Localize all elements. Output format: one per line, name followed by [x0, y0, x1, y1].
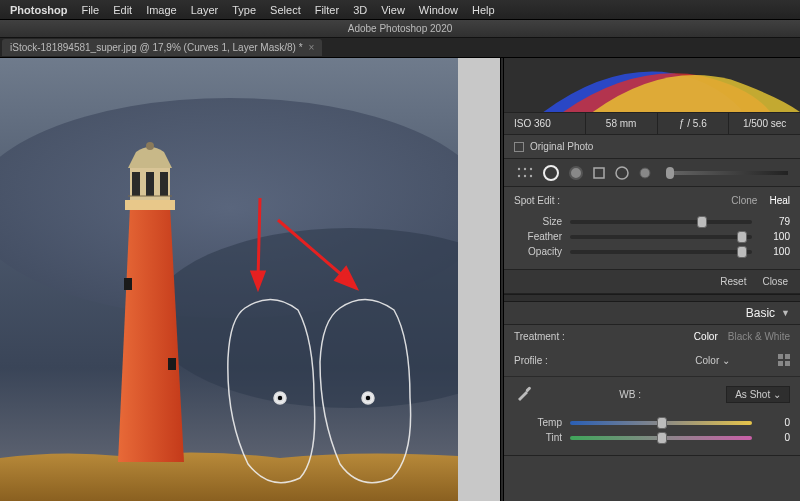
canvas-pasteboard	[458, 58, 500, 501]
menu-layer[interactable]: Layer	[191, 4, 219, 16]
svg-point-21	[518, 167, 520, 169]
exif-focal: 58 mm	[586, 113, 658, 135]
clone-mode[interactable]: Clone	[731, 195, 757, 206]
profile-label: Profile :	[514, 355, 548, 366]
feather-value: 100	[760, 231, 790, 242]
gradient-knob-icon[interactable]	[638, 166, 652, 180]
menubar: Photoshop File Edit Image Layer Type Sel…	[0, 0, 800, 20]
section-separator	[504, 294, 800, 302]
menu-3d[interactable]: 3D	[353, 4, 367, 16]
svg-point-25	[524, 174, 526, 176]
menu-view[interactable]: View	[381, 4, 405, 16]
svg-rect-6	[125, 200, 175, 210]
svg-point-22	[524, 167, 526, 169]
mask-dots-icon[interactable]	[516, 166, 534, 180]
spot-buttons: Reset Close	[504, 270, 800, 294]
menu-type[interactable]: Type	[232, 4, 256, 16]
svg-point-28	[570, 167, 582, 179]
menu-image[interactable]: Image	[146, 4, 177, 16]
opacity-value: 100	[760, 246, 790, 257]
checkbox-icon[interactable]	[514, 142, 524, 152]
basic-title: Basic	[746, 306, 775, 320]
wb-row: WB : As Shot ⌄	[504, 377, 800, 411]
menu-window[interactable]: Window	[419, 4, 458, 16]
collapse-icon[interactable]: ▼	[781, 308, 790, 318]
eyedropper-icon[interactable]	[514, 383, 534, 405]
temp-slider[interactable]: Temp 0	[514, 417, 790, 428]
svg-point-11	[146, 142, 154, 150]
svg-point-31	[640, 168, 650, 178]
svg-rect-9	[146, 172, 154, 196]
treatment-bw[interactable]: Black & White	[728, 331, 790, 342]
original-photo-toggle[interactable]: Original Photo	[504, 135, 800, 159]
svg-point-23	[530, 167, 532, 169]
exif-shutter: 1/500 sec	[729, 113, 800, 135]
mask-rect-icon[interactable]	[592, 166, 606, 180]
svg-rect-5	[168, 358, 176, 370]
exif-aperture: ƒ / 5.6	[658, 113, 730, 135]
mask-gradient-slider[interactable]	[666, 171, 788, 175]
svg-rect-8	[132, 172, 140, 196]
svg-point-16	[365, 395, 371, 401]
menu-file[interactable]: File	[81, 4, 99, 16]
exif-iso: ISO 360	[504, 113, 586, 135]
spot-edit-section: Spot Edit : Clone Heal Size 79 Feather 1…	[504, 187, 800, 270]
treatment-label: Treatment :	[514, 331, 565, 342]
wb-sliders: Temp 0 Tint 0	[504, 411, 800, 456]
svg-point-30	[616, 167, 628, 179]
tab-close-icon[interactable]: ×	[309, 42, 315, 53]
basic-header[interactable]: Basic ▼	[504, 302, 800, 325]
mask-filled-circle-icon[interactable]	[568, 165, 584, 181]
window-title: Adobe Photoshop 2020	[0, 20, 800, 38]
wb-dropdown[interactable]: As Shot ⌄	[726, 386, 790, 403]
temp-label: Temp	[514, 417, 562, 428]
canvas[interactable]	[0, 58, 500, 501]
app-name: Photoshop	[10, 4, 67, 16]
mask-radial-icon[interactable]	[614, 165, 630, 181]
opacity-label: Opacity	[514, 246, 562, 257]
size-slider[interactable]: Size 79	[514, 216, 790, 227]
menu-filter[interactable]: Filter	[315, 4, 339, 16]
original-photo-label: Original Photo	[530, 141, 593, 152]
reset-button[interactable]: Reset	[720, 276, 746, 287]
mask-toolbar	[504, 159, 800, 187]
size-value: 79	[760, 216, 790, 227]
temp-value: 0	[760, 417, 790, 428]
profile-grid-icon[interactable]	[778, 354, 790, 366]
spot-edit-title: Spot Edit :	[514, 195, 560, 206]
svg-line-17	[258, 198, 260, 280]
document-tab[interactable]: iStock-181894581_super.jpg @ 17,9% (Curv…	[2, 39, 322, 56]
svg-point-24	[518, 174, 520, 176]
treatment-color[interactable]: Color	[694, 331, 718, 342]
svg-point-27	[544, 166, 558, 180]
close-button[interactable]: Close	[762, 276, 788, 287]
tint-value: 0	[760, 432, 790, 443]
menu-select[interactable]: Select	[270, 4, 301, 16]
size-label: Size	[514, 216, 562, 227]
tint-label: Tint	[514, 432, 562, 443]
feather-slider[interactable]: Feather 100	[514, 231, 790, 242]
treatment-row: Treatment : Color Black & White	[504, 325, 800, 348]
feather-label: Feather	[514, 231, 562, 242]
svg-rect-4	[124, 278, 132, 290]
heal-mode[interactable]: Heal	[769, 195, 790, 206]
histogram[interactable]	[504, 58, 800, 113]
document-image	[0, 58, 458, 501]
tint-slider[interactable]: Tint 0	[514, 432, 790, 443]
profile-row: Profile : Color ⌄	[504, 348, 800, 377]
svg-rect-10	[160, 172, 168, 196]
mask-circle-icon[interactable]	[542, 164, 560, 182]
svg-point-26	[530, 174, 532, 176]
profile-dropdown[interactable]: Color ⌄	[695, 355, 730, 366]
wb-label: WB :	[542, 389, 718, 400]
opacity-slider[interactable]: Opacity 100	[514, 246, 790, 257]
tab-label: iStock-181894581_super.jpg @ 17,9% (Curv…	[10, 42, 303, 53]
menu-help[interactable]: Help	[472, 4, 495, 16]
exif-bar: ISO 360 58 mm ƒ / 5.6 1/500 sec	[504, 113, 800, 135]
svg-point-14	[277, 395, 283, 401]
svg-rect-29	[594, 168, 604, 178]
right-panel: ISO 360 58 mm ƒ / 5.6 1/500 sec Original…	[504, 58, 800, 501]
tab-bar: iStock-181894581_super.jpg @ 17,9% (Curv…	[0, 38, 800, 58]
menu-edit[interactable]: Edit	[113, 4, 132, 16]
